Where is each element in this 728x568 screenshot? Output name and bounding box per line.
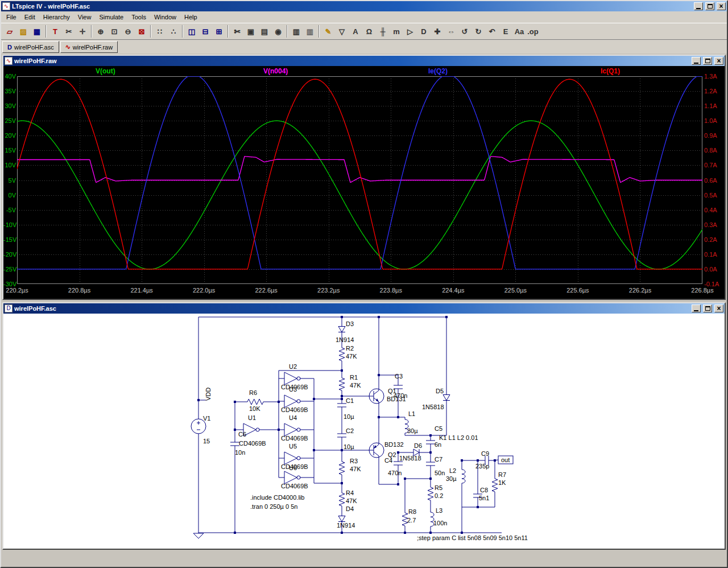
schematic-minimize-button[interactable] [692,304,701,312]
component-D3[interactable] [338,322,345,336]
menu-simulate[interactable]: Simulate [95,12,127,22]
component-C1[interactable] [337,399,346,411]
component-C2[interactable] [337,429,346,442]
waveform-plot[interactable]: 40V35V30V25V20V15V10V5V0V-5V-10V-15V-20V… [3,66,725,299]
trace-label-Ic(Q1)[interactable]: Ic(Q1) [601,67,620,75]
component-R1[interactable] [339,375,345,393]
toolbar-diode-button[interactable]: ▷ [403,24,417,38]
component-GND[interactable] [193,533,204,538]
toolbar-save-button[interactable]: ▦ [30,24,44,38]
component-R4[interactable] [339,490,345,509]
component-Q2[interactable] [367,438,384,462]
toolbar-open-button[interactable]: ▨ [16,24,30,38]
maximize-button[interactable] [705,2,714,10]
toolbar-label-net-button[interactable]: A [349,24,362,38]
waveform-canvas[interactable] [17,76,702,284]
component-U5[interactable] [279,452,314,464]
schematic-maximize-button[interactable] [703,304,712,312]
toolbar-control-panel-button[interactable]: T [48,24,62,38]
tab-wirelPoHF.raw[interactable]: ∿wirelPoHF.raw [60,41,118,53]
toolbar-zoom-full-extents-button[interactable]: ⊠ [135,24,148,38]
toolbar-tile-vertical-button[interactable]: ⊟ [198,24,212,38]
component-U4[interactable] [279,423,314,436]
menu-hierarchy[interactable]: Hierarchy [39,12,74,22]
toolbar-print-button[interactable]: ▥ [289,24,303,38]
schematic-label: C9 [481,450,489,457]
menu-tools[interactable]: Tools [127,12,150,22]
toolbar-zoom-area-button[interactable]: ⊡ [107,24,121,38]
schematic-label: C2 [346,427,354,434]
toolbar-find-button[interactable]: ◉ [271,24,285,38]
schematic-close-button[interactable]: × [714,304,723,312]
toolbar-spice-directive-button[interactable]: .op [526,24,540,38]
menu-window[interactable]: Window [150,12,180,22]
tab-wirelPoHF.asc[interactable]: DwirelPoHF.asc [2,41,59,53]
trace-label-V(n004)[interactable]: V(n004) [263,67,288,75]
component-C5[interactable] [426,435,435,449]
waveform-maximize-button[interactable] [703,57,712,65]
toolbar-wire-button[interactable]: ✎ [321,24,335,38]
toolbar-paste-button[interactable]: ▤ [258,24,271,38]
component-R5[interactable] [428,484,433,503]
toolbar-new-schematic-button[interactable]: ▱ [3,24,16,38]
toolbar-pan-button[interactable]: ✛ [76,24,89,38]
toolbar-resistor-button[interactable]: Ω [362,24,376,38]
waveform-titlebar: ∿ wirelPoHF.raw × [3,56,725,66]
waveform-minimize-button[interactable] [692,57,701,65]
toolbar-mark-points-button[interactable]: ∴ [167,24,180,38]
toolbar-scissors-button[interactable]: ✂ [62,24,76,38]
component-L2[interactable] [462,467,465,485]
component-Q1[interactable] [367,384,384,408]
y-right-tick: 0.4A [704,207,725,213]
component-U6[interactable] [279,471,314,484]
toolbar-rotate-button[interactable]: ↶ [485,24,499,38]
x-axis-tick: 226.2µs [620,287,660,294]
component-R7[interactable] [492,476,498,495]
toolbar-undo-button[interactable]: ↺ [458,24,471,38]
schematic-canvas[interactable]: VDDV115D31N914R247KR147KC110µC210µR347KR… [3,314,725,549]
y-right-tick: 0.7A [704,162,725,168]
toolbar-print-setup-button[interactable]: ▥ [303,24,317,38]
toolbar-cut-button[interactable]: ✄ [230,24,244,38]
component-R2[interactable] [339,345,345,364]
menu-edit[interactable]: Edit [20,12,39,22]
menu-view[interactable]: View [74,12,96,22]
toolbar-ground-button[interactable]: ▽ [335,24,349,38]
toolbar-cascade-button[interactable]: ⊞ [212,24,226,38]
trace-label-Ie(Q2)[interactable]: Ie(Q2) [428,67,448,75]
component-C6[interactable] [230,438,239,450]
menu-file[interactable]: File [2,12,20,22]
schematic-label: 0.2 [435,492,443,499]
toolbar-separator [91,25,92,38]
component-R3[interactable] [339,459,345,478]
toolbar-move-button[interactable]: ✚ [431,24,444,38]
toolbar-mirror-button[interactable]: E [499,24,512,38]
toolbar-component-button[interactable]: D [417,24,431,38]
main-titlebar: ∿ LTspice IV - wirelPoHF.asc × [1,1,727,11]
toolbar-inductor-button[interactable]: m [390,24,403,38]
toolbar-capacitor-button[interactable]: ╫ [376,24,390,38]
toolbar-zoom-out-button[interactable]: ⊖ [121,24,135,38]
toolbar-copy-button[interactable]: ▣ [244,24,258,38]
toolbar-grid-button[interactable]: ∷ [153,24,167,38]
toolbar-tile-horizontal-button[interactable]: ◫ [185,24,198,38]
toolbar-drag-button[interactable]: ⇔ [444,24,458,38]
schematic-label: R3 [350,458,358,464]
schematic-svg[interactable]: VDDV115D31N914R247KR147KC110µC210µR347KR… [3,314,725,549]
component-U2[interactable] [279,372,314,385]
menu-help[interactable]: Help [180,12,201,22]
minimize-button[interactable] [694,2,703,10]
component-C7[interactable] [426,457,435,471]
toolbar-zoom-in-button[interactable]: ⊕ [94,24,107,38]
toolbar-text-button[interactable]: Aa [512,24,526,38]
close-button[interactable]: × [717,2,726,10]
component-R6[interactable] [245,399,266,405]
component-D5[interactable] [443,390,450,405]
tab-label: wirelPoHF.asc [14,44,54,51]
schematic-label: U5 [289,443,297,450]
trace-label-V(out)[interactable]: V(out) [96,67,115,75]
toolbar-redo-button[interactable]: ↻ [471,24,485,38]
x-axis-tick: 220.2µs [3,287,37,294]
component-U3[interactable] [279,395,314,408]
waveform-close-button[interactable]: × [714,57,723,65]
